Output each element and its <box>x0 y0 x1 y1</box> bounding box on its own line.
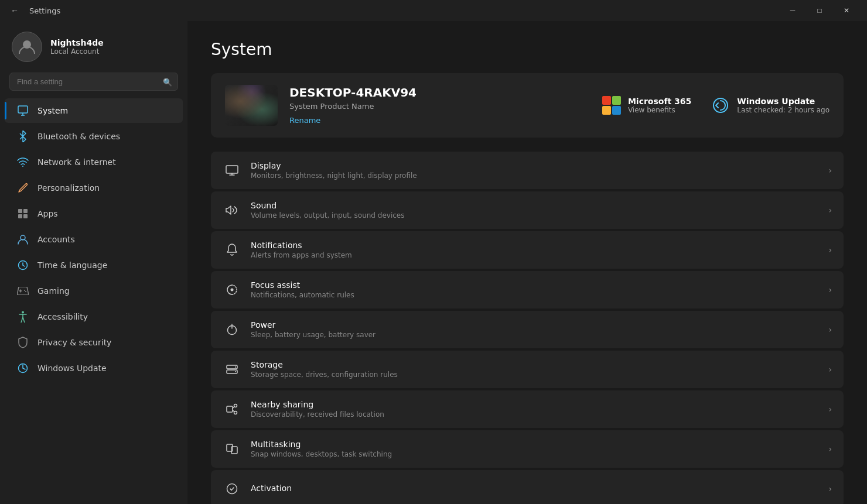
multitasking-desc: Snap windows, desktops, task switching <box>251 450 819 458</box>
titlebar: ← Settings ─ □ ✕ <box>0 0 867 21</box>
sidebar-item-label: Windows Update <box>37 364 107 373</box>
close-button[interactable]: ✕ <box>833 0 860 21</box>
sidebar-item-bluetooth[interactable]: Bluetooth & devices <box>5 124 183 149</box>
svg-point-4 <box>22 166 23 167</box>
power-icon <box>223 320 241 339</box>
focus-title: Focus assist <box>251 280 819 290</box>
sidebar-item-label: Apps <box>37 209 58 218</box>
svg-rect-6 <box>23 209 28 213</box>
multitasking-title: Multitasking <box>251 440 819 449</box>
activation-title: Activation <box>251 484 819 493</box>
sidebar-item-system[interactable]: System <box>5 98 183 123</box>
storage-desc: Storage space, drives, configuration rul… <box>251 371 819 379</box>
microsoft365-text: Microsoft 365 View benefits <box>628 97 691 114</box>
settings-item-sound[interactable]: Sound Volume levels, output, input, soun… <box>211 191 844 229</box>
focus-text: Focus assist Notifications, automatic ru… <box>251 280 819 299</box>
chevron-icon: › <box>828 365 832 374</box>
notifications-text: Notifications Alerts from apps and syste… <box>251 241 819 259</box>
svg-point-22 <box>231 289 234 292</box>
bluetooth-icon <box>16 130 29 143</box>
windows-update-icon <box>710 95 731 116</box>
nearby-sharing-text: Nearby sharing Discoverability, received… <box>251 400 819 419</box>
sidebar-item-label: Bluetooth & devices <box>37 132 120 141</box>
settings-item-display[interactable]: Display Monitors, brightness, night ligh… <box>211 152 844 189</box>
accessibility-icon <box>16 310 29 323</box>
power-desc: Sleep, battery usage, battery saver <box>251 331 819 339</box>
search-input[interactable] <box>9 73 178 91</box>
windows-update-text: Windows Update Last checked: 2 hours ago <box>737 97 830 114</box>
sidebar-item-label: Personalization <box>37 183 100 193</box>
app-body: Nightsh4de Local Account 🔍 System <box>0 21 867 504</box>
minimize-button[interactable]: ─ <box>779 0 806 21</box>
svg-point-28 <box>235 371 236 372</box>
sidebar-item-update[interactable]: Windows Update <box>5 356 183 380</box>
microsoft365-subtitle: View benefits <box>628 106 691 114</box>
chevron-icon: › <box>828 166 832 175</box>
power-title: Power <box>251 320 819 330</box>
back-button[interactable]: ← <box>7 4 22 18</box>
device-extras: Microsoft 365 View benefits Windo <box>601 95 830 116</box>
sidebar-item-accounts[interactable]: Accounts <box>5 227 183 252</box>
device-name: DESKTOP-4RAKV94 <box>289 85 589 100</box>
device-info: DESKTOP-4RAKV94 System Product Name Rena… <box>289 85 589 125</box>
sidebar-item-time[interactable]: Time & language <box>5 253 183 277</box>
settings-item-power[interactable]: Power Sleep, battery usage, battery save… <box>211 311 844 348</box>
titlebar-left: ← Settings <box>7 4 60 18</box>
settings-item-storage[interactable]: Storage Storage space, drives, configura… <box>211 351 844 388</box>
sidebar-item-apps[interactable]: Apps <box>5 201 183 226</box>
time-icon <box>16 259 29 272</box>
settings-item-activation[interactable]: Activation › <box>211 470 844 504</box>
sidebar-item-privacy[interactable]: Privacy & security <box>5 330 183 355</box>
storage-text: Storage Storage space, drives, configura… <box>251 360 819 379</box>
update-icon <box>16 362 29 375</box>
svg-rect-8 <box>23 214 28 218</box>
apps-icon <box>16 207 29 220</box>
storage-icon <box>223 360 241 379</box>
sound-desc: Volume levels, output, input, sound devi… <box>251 211 819 220</box>
user-section[interactable]: Nightsh4de Local Account <box>0 21 187 73</box>
titlebar-title: Settings <box>29 6 60 15</box>
sidebar-item-label: Accessibility <box>37 312 88 321</box>
sidebar-item-accessibility[interactable]: Accessibility <box>5 304 183 329</box>
sidebar-item-personalization[interactable]: Personalization <box>5 176 183 200</box>
windows-update-item[interactable]: Windows Update Last checked: 2 hours ago <box>710 95 830 116</box>
wifi-icon <box>16 156 29 169</box>
settings-list: Display Monitors, brightness, night ligh… <box>211 152 844 504</box>
system-icon <box>16 104 29 117</box>
display-desc: Monitors, brightness, night light, displ… <box>251 172 819 180</box>
chevron-icon: › <box>828 285 832 294</box>
sidebar-item-gaming[interactable]: Gaming <box>5 279 183 303</box>
svg-rect-5 <box>18 209 22 213</box>
chevron-icon: › <box>828 325 832 334</box>
sound-icon <box>223 201 241 220</box>
window-controls: ─ □ ✕ <box>779 0 860 21</box>
windows-update-subtitle: Last checked: 2 hours ago <box>737 106 830 114</box>
nearby-sharing-desc: Discoverability, received files location <box>251 410 819 419</box>
search-icon: 🔍 <box>163 77 172 86</box>
svg-point-34 <box>227 484 237 494</box>
display-title: Display <box>251 161 819 170</box>
sidebar-item-network[interactable]: Network & internet <box>5 150 183 174</box>
svg-rect-19 <box>226 166 238 173</box>
focus-desc: Notifications, automatic rules <box>251 291 819 299</box>
avatar <box>12 32 42 62</box>
microsoft365-icon <box>601 95 622 116</box>
maximize-button[interactable]: □ <box>806 0 833 21</box>
device-card: DESKTOP-4RAKV94 System Product Name Rena… <box>211 73 844 138</box>
multitasking-icon <box>223 440 241 458</box>
display-icon <box>223 161 241 180</box>
microsoft365-title: Microsoft 365 <box>628 97 691 106</box>
chevron-icon: › <box>828 404 832 414</box>
search-box: 🔍 <box>9 73 178 91</box>
rename-link[interactable]: Rename <box>289 116 320 125</box>
sidebar-item-label: System <box>37 106 68 115</box>
microsoft365-item[interactable]: Microsoft 365 View benefits <box>601 95 691 116</box>
settings-item-multitasking[interactable]: Multitasking Snap windows, desktops, tas… <box>211 430 844 468</box>
sidebar-item-label: Gaming <box>37 286 70 296</box>
chevron-icon: › <box>828 245 832 255</box>
settings-item-focus[interactable]: Focus assist Notifications, automatic ru… <box>211 271 844 308</box>
settings-item-nearby-sharing[interactable]: Nearby sharing Discoverability, received… <box>211 390 844 428</box>
gaming-icon <box>16 284 29 297</box>
settings-item-notifications[interactable]: Notifications Alerts from apps and syste… <box>211 231 844 269</box>
device-description: System Product Name <box>289 102 589 111</box>
